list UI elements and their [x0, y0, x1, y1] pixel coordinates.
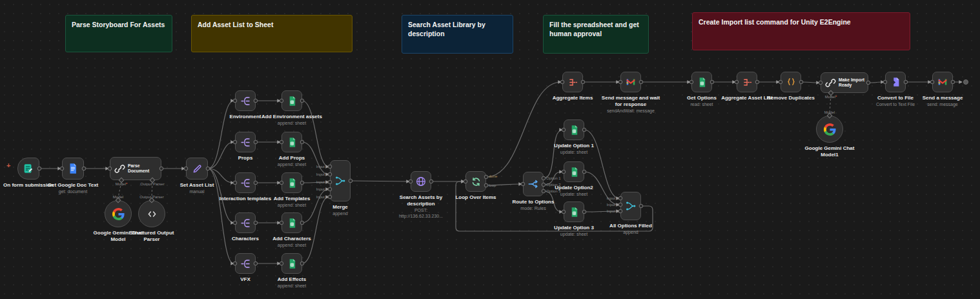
google-gemini-icon	[112, 208, 125, 220]
node-label-update-option-3: Update Option 3update: sheet	[538, 225, 609, 238]
node-split-environment[interactable]	[235, 90, 256, 111]
node-send-a-message[interactable]	[932, 72, 953, 92]
node-structured-output-parser[interactable]	[138, 200, 165, 227]
google-sheets-icon	[569, 207, 580, 218]
edge	[584, 211, 619, 212]
node-update-option-2[interactable]	[564, 161, 584, 182]
google-sheets-icon	[287, 258, 298, 269]
node-label-update-option-2: Update Option2update: sheet	[538, 185, 609, 198]
edge	[544, 172, 562, 185]
edge	[544, 130, 562, 178]
sticky-note-parse-storyboard[interactable]: Parse Storyboard For Assets	[65, 15, 172, 52]
node-update-option-3[interactable]	[564, 201, 584, 222]
node-aggregate-items[interactable]	[562, 72, 583, 92]
edge	[486, 184, 522, 185]
workflow-endpoint-dot	[963, 79, 968, 85]
google-gemini-icon	[824, 123, 836, 136]
node-split-vfx[interactable]	[235, 253, 256, 274]
tiny-label-input-3: Input 3	[316, 180, 328, 184]
node-label-add-characters: Add Charactersappend: sheet	[256, 236, 327, 249]
split-out-icon	[240, 96, 251, 107]
node-search-assets-by-description[interactable]	[411, 171, 431, 192]
tiny-label-done: done	[489, 174, 497, 178]
node-title: Make Import Ready	[839, 77, 868, 88]
node-remove-duplicates[interactable]	[781, 72, 801, 92]
node-add-environment-assets[interactable]	[281, 90, 302, 111]
node-send-message-and-wait[interactable]	[620, 72, 641, 92]
sticky-note-title: Search Asset Library by description	[408, 21, 485, 37]
edge	[302, 182, 329, 183]
node-parse-document[interactable]: Parse Document	[110, 157, 161, 180]
tiny-label-model: Model*	[116, 182, 128, 186]
edge	[302, 197, 329, 263]
node-aggregate-asset-list[interactable]	[737, 72, 757, 92]
edge	[486, 82, 561, 177]
node-loop-over-items[interactable]	[465, 171, 486, 192]
edge	[208, 169, 234, 263]
split-out-icon	[240, 218, 251, 229]
node-get-options[interactable]	[691, 72, 712, 92]
node-add-characters[interactable]	[281, 212, 302, 233]
merge-icon	[334, 175, 346, 187]
tiny-label-input-4: Input 4	[316, 187, 328, 191]
edge	[118, 182, 121, 198]
node-label-send-message-and-wait: Send message and wait for responsesendAn…	[601, 95, 660, 114]
edge	[302, 101, 329, 167]
sticky-note-add-asset-list[interactable]: Add Asset List to Sheet	[191, 15, 352, 52]
node-on-form-submission[interactable]	[17, 158, 39, 180]
node-google-gemini-chat-model1[interactable]	[816, 116, 843, 143]
node-add-props[interactable]	[281, 132, 302, 152]
node-all-options-filled[interactable]	[620, 192, 641, 220]
node-label-set-asset-list: Set Asset Listmanual	[161, 182, 232, 195]
sticky-note-title: Parse Storyboard For Assets	[72, 21, 165, 28]
curly-braces-icon	[786, 77, 797, 88]
node-label-search-assets-by-description: Search Assets by descriptionPOST: http:/…	[398, 194, 444, 220]
edge	[801, 82, 819, 83]
node-label-merge: Mergeappend	[305, 204, 376, 217]
sticky-note-fill-spreadsheet[interactable]: Fill the spreadsheet and get human appro…	[543, 15, 649, 54]
node-add-templates[interactable]	[281, 172, 302, 193]
edge	[302, 142, 329, 174]
node-update-option-1[interactable]	[564, 119, 584, 140]
google-sheets-icon	[569, 125, 580, 136]
merge-icon	[625, 200, 637, 212]
tiny-label-input-1: Input 1	[316, 165, 328, 169]
google-sheets-icon	[697, 77, 708, 88]
node-split-props[interactable]	[235, 132, 256, 152]
tiny-label-input-2: Input 2	[316, 172, 328, 176]
node-get-google-doc-text[interactable]	[62, 158, 84, 180]
node-split-characters[interactable]	[235, 212, 256, 233]
tiny-label-output-parser: Output Parser	[140, 182, 164, 186]
node-convert-to-file[interactable]	[885, 72, 906, 92]
node-split-interaction-templates[interactable]	[235, 172, 256, 193]
tiny-label-model: Model	[113, 195, 123, 199]
node-label-add-templates: Add Templatesappend: sheet	[256, 196, 327, 209]
node-add-effects[interactable]	[281, 253, 302, 274]
edge	[351, 181, 409, 181]
edit-pencil-icon	[192, 163, 203, 174]
node-label-google-gemini-chat-model1: Google Gemini Chat Model1	[804, 145, 855, 158]
node-set-asset-list[interactable]	[186, 158, 208, 180]
node-label-get-options: Get Optionsread: sheet	[666, 95, 737, 108]
split-out-icon	[240, 178, 251, 189]
node-label-all-options-filled: All Options Filledappend	[595, 223, 666, 236]
node-label-split-environment: Environment	[210, 114, 281, 120]
node-label-on-form-submission: On form submission	[0, 182, 64, 189]
node-make-import-ready[interactable]: Make Import Ready	[821, 72, 868, 93]
workflow-canvas[interactable]: Parse Storyboard For AssetsAdd Asset Lis…	[0, 0, 980, 299]
edge	[208, 169, 234, 183]
node-route-to-options[interactable]	[523, 172, 544, 196]
sticky-note-search-asset-library[interactable]: Search Asset Library by description	[402, 15, 513, 54]
node-google-gemini-chat-model[interactable]	[105, 200, 132, 227]
tiny-label-input-5: Input 5	[316, 195, 328, 199]
node-label-route-to-options: Route to Optionsmode: Rules	[498, 199, 569, 212]
chain-icon	[114, 163, 125, 174]
node-merge[interactable]	[330, 160, 351, 201]
sticky-note-title: Fill the spreadsheet and get human appro…	[549, 21, 639, 37]
sticky-note-create-import-list[interactable]: Create Import list command for Unity E2E…	[692, 12, 910, 50]
node-title: Parse Document	[128, 163, 161, 174]
node-label-split-props: Props	[210, 155, 281, 161]
tiny-label-loop: loop	[489, 183, 496, 187]
tiny-label-option-2: Option 2	[546, 183, 561, 187]
sticky-note-title: Add Asset List to Sheet	[198, 21, 273, 28]
